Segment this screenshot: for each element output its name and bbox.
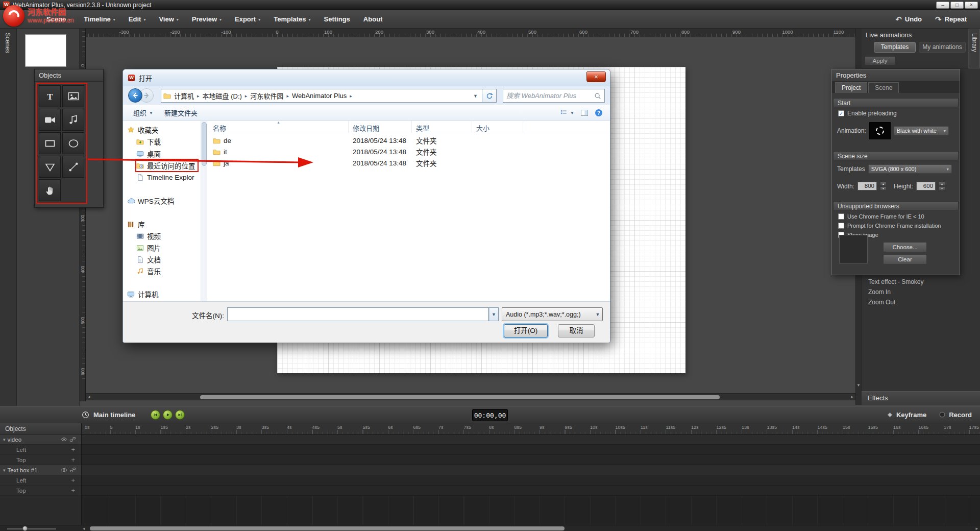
filetype-select[interactable]: Audio (*.mp3;*.wav;*.ogg;) ▼ [502,307,603,321]
effect-item[interactable]: Text effect - Smokey [868,278,924,285]
nav-item-computer[interactable]: 计算机 [127,288,159,300]
width-stepper[interactable]: ▲▼ [880,182,887,190]
timeline-row-top[interactable]: Top+ [0,486,81,496]
checkbox-row[interactable]: Use Chrome Frame for IE < 10 [838,213,924,220]
menu-preview[interactable]: Preview▾ [185,10,228,28]
apply-button[interactable]: Apply [865,56,895,65]
timeline-zoom-slider[interactable] [7,528,56,529]
expander-icon[interactable]: ▾ [2,437,8,442]
tool-music[interactable] [62,109,84,131]
scroll-thumb[interactable] [90,526,565,530]
dialog-close-button[interactable]: × [586,71,606,82]
canvas-horizontal-scrollbar[interactable]: ◂ ▸ [86,393,855,400]
tool-video[interactable] [39,109,61,131]
undo-button[interactable]: ↶ Undo [895,15,922,24]
chevron-down-icon[interactable]: ▼ [473,93,480,99]
filename-input[interactable] [228,308,489,321]
nav-item-desktop[interactable]: 桌面 [136,148,161,159]
refresh-button[interactable] [482,89,497,103]
canvas-scroll-thumb[interactable] [200,395,720,399]
tool-hand[interactable] [39,179,61,201]
timeline-track[interactable] [82,445,980,455]
nav-item-recent[interactable]: 最近访问的位置 [136,160,198,171]
scroll-right-icon[interactable]: ▸ [851,394,853,400]
checkbox[interactable] [838,213,844,220]
column-header[interactable]: ▲名称 [209,121,349,133]
nav-item-download[interactable]: 下载 [136,136,161,147]
open-button[interactable]: 打开(O) [504,324,548,337]
menu-view[interactable]: View▾ [152,10,185,28]
search-box[interactable] [503,89,605,103]
enable-preloading-checkbox[interactable]: ✓ [838,110,844,116]
add-keyframe-icon[interactable]: + [71,446,79,453]
timeline-row-video[interactable]: ▾video [0,435,81,445]
timeline-row-text-box-1[interactable]: ▾Text box #1 [0,465,81,475]
column-header[interactable]: 类型 [412,121,472,133]
choose-button[interactable]: Choose... [883,242,927,252]
animation-select[interactable]: Black with white ▾ [894,126,949,135]
timeline-track[interactable] [82,455,980,465]
expander-icon[interactable]: ▾ [2,468,8,473]
column-header[interactable]: 修改日期 [349,121,412,133]
nav-item-cloud[interactable]: WPS云文档 [127,195,174,206]
preview-pane-button[interactable] [580,109,589,117]
add-keyframe-icon[interactable]: + [71,476,79,484]
checkbox[interactable] [838,223,844,229]
height-field[interactable]: 600 [916,182,936,190]
address-bar[interactable]: 计算机▸本地磁盘 (D:)▸河东软件园▸WebAnimator Plus▸ ▼ [161,89,482,103]
repeat-button[interactable]: ↷ Repeat [935,15,967,24]
filename-combo[interactable]: ▼ [227,307,499,321]
effect-item[interactable]: Zoom Out [868,299,895,306]
checkbox-row[interactable]: Prompt for Chrome Frame installation [838,223,941,229]
main-timeline-selector[interactable]: Main timeline [82,411,135,419]
zoom-slider-thumb[interactable] [22,526,28,531]
tab-my-animations[interactable]: My animations [919,42,966,53]
timeline-row-top[interactable]: Top+ [0,455,81,465]
column-header[interactable]: 大小 [472,121,523,133]
menu-edit[interactable]: Edit▾ [122,10,153,28]
menu-templates[interactable]: Templates▾ [267,10,317,28]
nav-item-pictures[interactable]: 图片 [136,242,161,253]
nav-item-file[interactable]: Timeline Explor [136,172,194,183]
back-button[interactable] [128,88,142,103]
timeline-track[interactable] [82,465,980,475]
tree-scroll-thumb[interactable] [202,122,207,166]
play-button[interactable] [163,410,173,420]
nav-item-music[interactable]: 音乐 [136,266,161,277]
skip-to-start-button[interactable] [151,410,160,420]
timeline-row-left[interactable]: Left+ [0,475,81,486]
menu-scene[interactable]: Scene▾ [40,10,77,28]
nav-item-video[interactable]: 视频 [136,230,161,242]
help-button[interactable]: ? [595,109,603,117]
nav-item-library[interactable]: 库 [127,219,145,230]
tab-templates[interactable]: Templates [874,42,916,53]
width-field[interactable]: 800 [857,182,877,190]
minimize-button[interactable]: – [936,2,949,9]
new-folder-button[interactable]: 新建文件夹 [164,108,198,117]
scroll-right-icon[interactable]: ▸ [975,525,978,531]
keyframe-button[interactable]: Keyframe [887,411,926,419]
timeline-grid[interactable] [82,435,980,525]
scroll-down-icon[interactable]: ▼ [856,383,861,388]
dialog-title-bar[interactable]: W 打开 × [123,69,610,86]
tool-text[interactable]: T [39,85,61,107]
timeline-track[interactable] [82,475,980,486]
file-row[interactable]: de2018/05/24 13:48文件夹 [209,135,610,146]
tool-rectangle[interactable] [39,132,61,154]
menu-about[interactable]: About [357,10,389,28]
library-tab[interactable]: Library [969,29,980,68]
breadcrumb-item[interactable]: 本地磁盘 (D:) [200,90,244,102]
tab-scene[interactable]: Scene [868,82,899,93]
menu-export[interactable]: Export▾ [228,10,267,28]
tool-image[interactable] [62,85,84,107]
scroll-left-icon[interactable]: ◂ [88,394,90,400]
breadcrumb-item[interactable]: WebAnimator Plus [289,91,349,101]
tab-project[interactable]: Project [835,82,867,93]
tool-ellipse[interactable] [62,132,84,154]
chevron-down-icon[interactable]: ▼ [489,308,498,321]
timeline-row-left[interactable]: Left+ [0,445,81,455]
breadcrumb-item[interactable]: 河东软件园 [248,90,286,102]
search-input[interactable] [506,92,594,100]
templates-select[interactable]: SVGA (800 x 600) ▾ [868,164,952,174]
timeline-track[interactable] [82,435,980,445]
